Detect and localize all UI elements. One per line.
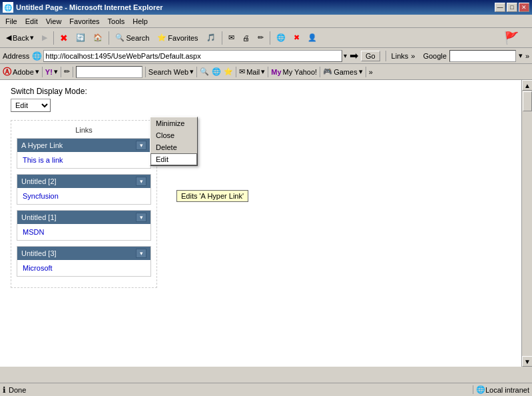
display-mode-select[interactable]: Edit Browse Design <box>11 99 51 112</box>
links-expand-icon: » <box>411 52 415 60</box>
mail-btn2[interactable]: ✉ Mail ▾ <box>239 67 265 76</box>
close-button[interactable]: ✕ <box>519 3 529 12</box>
web-part-2-header[interactable]: Untitled [2] ▾ <box>17 175 150 188</box>
adobe-button[interactable]: Ⓐ Adobe ▾ <box>3 66 39 78</box>
web-part-1-title: A Hyper Link <box>21 141 136 149</box>
extra-button1[interactable]: 🌐 <box>273 30 289 46</box>
favorites-button[interactable]: ⭐ Favorites <box>154 30 201 46</box>
ctx-minimize[interactable]: Minimize <box>150 117 197 129</box>
toolbar2-mail-icon: ✉ <box>239 67 245 76</box>
home-button[interactable]: 🏠 <box>90 30 106 46</box>
restore-button[interactable]: □ <box>507 3 517 12</box>
search-icon: 🔍 <box>115 33 125 42</box>
address-label: Address <box>3 52 29 60</box>
toolbar-sep-3 <box>222 31 222 45</box>
toolbar-extra-icon: » <box>525 52 529 60</box>
web-part-1-link[interactable]: This is a link <box>23 156 63 164</box>
toolbar2-search-input[interactable] <box>76 66 142 78</box>
globe-btn[interactable]: 🌐 <box>212 67 221 76</box>
menu-tools[interactable]: Tools <box>104 16 129 27</box>
search-icon-btn[interactable]: 🔍 <box>200 67 209 76</box>
web-part-4-link[interactable]: Microsoft <box>23 264 53 272</box>
search-button[interactable]: 🔍 Search <box>112 30 152 46</box>
ctx-delete[interactable]: Delete <box>150 141 197 153</box>
home-icon: 🏠 <box>93 33 103 42</box>
address-input[interactable] <box>43 50 342 62</box>
toolbar: ◀ Back ▾ ▶ ✖ 🔄 🏠 🔍 Search ⭐ Favorites 🎵 … <box>0 28 532 48</box>
forward-button[interactable]: ▶ <box>39 30 51 46</box>
ctx-edit[interactable]: Edit <box>150 153 197 165</box>
tb2-sep-2 <box>61 67 61 77</box>
window-controls: — □ ✕ <box>495 3 529 12</box>
search-web-arrow-icon: ▾ <box>190 67 194 76</box>
web-part-1-header[interactable]: A Hyper Link ▾ <box>17 139 150 152</box>
web-part-1-menu-btn[interactable]: ▾ <box>136 141 146 150</box>
tb2-sep-7 <box>268 67 268 77</box>
stop-button[interactable]: ✖ <box>57 30 71 46</box>
search-web-button[interactable]: Search Web ▾ <box>148 67 194 76</box>
menu-edit[interactable]: Edit <box>21 16 42 27</box>
web-part-2-menu-btn[interactable]: ▾ <box>136 177 146 186</box>
toolbar2-star-icon: ⭐ <box>224 67 233 76</box>
page-content: Switch Display Mode: Edit Browse Design … <box>0 80 521 295</box>
scroll-thumb[interactable] <box>523 91 532 111</box>
games-btn[interactable]: 🎮 Games ▾ <box>323 67 362 76</box>
menu-help[interactable]: Help <box>129 16 152 27</box>
toolbar-sep-4 <box>270 31 270 45</box>
back-button[interactable]: ◀ Back ▾ <box>3 30 37 46</box>
edit-button[interactable]: ✏ <box>254 30 267 46</box>
my-yahoo-btn[interactable]: My My Yahoo! <box>271 68 317 76</box>
web-part-4-menu-btn[interactable]: ▾ <box>136 249 146 258</box>
globe-icon: 🌐 <box>276 33 286 42</box>
google-search-input[interactable] <box>449 50 516 62</box>
pencil-button[interactable]: ✏ <box>64 67 70 76</box>
tooltip: Edits 'A Hyper Link' <box>176 190 248 202</box>
zone-title: Links <box>17 126 151 134</box>
adobe-icon: Ⓐ <box>3 66 11 78</box>
switch-mode-label: Switch Display Mode: <box>11 87 511 96</box>
tb2-sep-3 <box>73 67 73 77</box>
forward-icon: ▶ <box>42 33 47 42</box>
extra-button2[interactable]: ✖ <box>290 30 303 46</box>
print-icon: 🖨 <box>242 34 250 42</box>
scroll-up-button[interactable]: ▲ <box>522 80 532 91</box>
refresh-icon: 🔄 <box>76 33 85 42</box>
tb2-sep-9 <box>366 67 366 77</box>
toolbar2-globe-icon: 🌐 <box>212 67 221 76</box>
scroll-area: Switch Display Mode: Edit Browse Design … <box>0 80 521 367</box>
extra-button3[interactable]: 👤 <box>304 30 320 46</box>
games-arrow-icon: ▾ <box>359 67 363 76</box>
ctx-close[interactable]: Close <box>150 129 197 141</box>
menu-view[interactable]: View <box>42 16 66 27</box>
history-button[interactable]: 🎵 <box>203 30 219 46</box>
web-part-3-link[interactable]: MSDN <box>23 228 44 236</box>
window-icon: 🌐 <box>3 2 13 13</box>
minimize-button[interactable]: — <box>495 3 505 12</box>
menu-favorites[interactable]: Favorites <box>65 16 103 27</box>
web-part-3-menu-btn[interactable]: ▾ <box>136 213 146 222</box>
windows-flag-icon: 🚩 <box>504 31 519 45</box>
toolbar2-mail-arrow: ▾ <box>261 67 265 76</box>
web-part-4-header[interactable]: Untitled [3] ▾ <box>17 247 150 260</box>
mail-button[interactable]: ✉ <box>225 30 238 46</box>
toolbar2: Ⓐ Adobe ▾ Y! ▾ ✏ Search Web ▾ 🔍 🌐 ⭐ ✉ Ma… <box>0 64 532 80</box>
yahoo-button[interactable]: Y! ▾ <box>45 67 58 76</box>
address-go-arrow[interactable]: ➡ <box>350 49 358 62</box>
web-part-3: Untitled [1] ▾ MSDN <box>17 210 151 241</box>
web-part-2-link[interactable]: Syncfusion <box>23 192 59 200</box>
refresh-button[interactable]: 🔄 <box>73 30 89 46</box>
x-icon: ✖ <box>294 33 300 42</box>
print-button[interactable]: 🖨 <box>239 30 253 46</box>
yahoo-icon: Y! <box>45 68 53 76</box>
menu-bar: File Edit View Favorites Tools Help <box>0 15 532 28</box>
mode-select-wrap: Edit Browse Design <box>11 99 511 112</box>
scroll-down-button[interactable]: ▼ <box>522 356 532 367</box>
menu-file[interactable]: File <box>1 16 21 27</box>
go-button[interactable]: Go <box>361 51 380 61</box>
star-btn[interactable]: ⭐ <box>224 67 233 76</box>
links-button[interactable]: Links <box>392 52 409 60</box>
adobe-arrow-icon: ▾ <box>35 67 39 76</box>
toolbar2-expand: » <box>369 68 373 76</box>
address-dropdown-icon[interactable]: ▾ <box>344 52 347 59</box>
web-part-3-header[interactable]: Untitled [1] ▾ <box>17 211 150 224</box>
